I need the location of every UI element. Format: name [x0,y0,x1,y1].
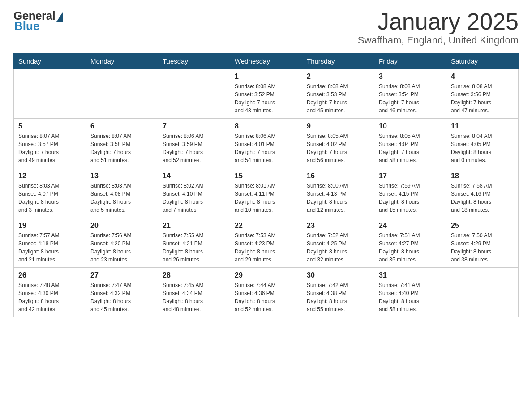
day-info: Sunrise: 8:03 AMSunset: 4:08 PMDaylight:… [90,182,153,214]
calendar-cell: 30Sunrise: 7:42 AMSunset: 4:38 PMDayligh… [302,268,374,317]
logo-blue-text: Blue [14,19,39,33]
calendar-cell: 19Sunrise: 7:57 AMSunset: 4:18 PMDayligh… [14,218,86,268]
day-number: 6 [90,122,153,130]
day-info: Sunrise: 8:08 AMSunset: 3:56 PMDaylight:… [451,82,514,115]
day-number: 11 [451,122,514,130]
day-number: 18 [451,172,514,180]
day-info: Sunrise: 8:06 AMSunset: 4:01 PMDaylight:… [235,132,297,164]
day-info: Sunrise: 8:04 AMSunset: 4:05 PMDaylight:… [451,132,514,164]
calendar-cell: 3Sunrise: 8:08 AMSunset: 3:54 PMDaylight… [374,69,446,119]
month-title: January 2025 [358,9,519,34]
calendar-week-1: 1Sunrise: 8:08 AMSunset: 3:52 PMDaylight… [14,69,519,119]
calendar-cell: 27Sunrise: 7:47 AMSunset: 4:32 PMDayligh… [86,268,158,317]
calendar-table: SundayMondayTuesdayWednesdayThursdayFrid… [13,53,519,317]
day-info: Sunrise: 8:05 AMSunset: 4:02 PMDaylight:… [307,132,369,164]
day-number: 8 [235,122,297,130]
weekday-header-friday: Friday [374,54,446,69]
day-number: 27 [90,271,153,279]
day-number: 19 [18,222,81,230]
day-info: Sunrise: 7:48 AMSunset: 4:30 PMDaylight:… [18,281,81,313]
day-info: Sunrise: 8:07 AMSunset: 3:58 PMDaylight:… [90,132,153,164]
weekday-header-thursday: Thursday [302,54,374,69]
calendar-cell: 17Sunrise: 7:59 AMSunset: 4:15 PMDayligh… [374,168,446,218]
day-number: 2 [307,73,369,81]
weekday-header-tuesday: Tuesday [158,54,230,69]
day-number: 16 [307,172,369,180]
day-info: Sunrise: 7:41 AMSunset: 4:40 PMDaylight:… [379,281,442,313]
calendar-cell: 29Sunrise: 7:44 AMSunset: 4:36 PMDayligh… [230,268,302,317]
calendar-cell: 10Sunrise: 8:05 AMSunset: 4:04 PMDayligh… [374,119,446,168]
calendar-cell: 1Sunrise: 8:08 AMSunset: 3:52 PMDaylight… [230,69,302,119]
calendar-cell: 23Sunrise: 7:52 AMSunset: 4:25 PMDayligh… [302,218,374,268]
calendar-cell: 2Sunrise: 8:08 AMSunset: 3:53 PMDaylight… [302,69,374,119]
calendar-cell: 26Sunrise: 7:48 AMSunset: 4:30 PMDayligh… [14,268,86,317]
day-info: Sunrise: 7:53 AMSunset: 4:23 PMDaylight:… [235,231,297,264]
day-info: Sunrise: 7:58 AMSunset: 4:16 PMDaylight:… [451,182,514,214]
day-number: 17 [379,172,442,180]
calendar-cell: 20Sunrise: 7:56 AMSunset: 4:20 PMDayligh… [86,218,158,268]
day-info: Sunrise: 8:08 AMSunset: 3:54 PMDaylight:… [379,82,442,115]
day-info: Sunrise: 7:42 AMSunset: 4:38 PMDaylight:… [307,281,369,313]
day-info: Sunrise: 7:45 AMSunset: 4:34 PMDaylight:… [163,281,225,313]
calendar-cell: 6Sunrise: 8:07 AMSunset: 3:58 PMDaylight… [86,119,158,168]
calendar-cell: 8Sunrise: 8:06 AMSunset: 4:01 PMDaylight… [230,119,302,168]
day-info: Sunrise: 7:59 AMSunset: 4:15 PMDaylight:… [379,182,442,214]
calendar-cell [14,69,86,119]
day-info: Sunrise: 8:02 AMSunset: 4:10 PMDaylight:… [163,182,225,214]
day-number: 1 [235,73,297,81]
day-number: 30 [307,271,369,279]
day-info: Sunrise: 8:08 AMSunset: 3:53 PMDaylight:… [307,82,369,115]
day-info: Sunrise: 8:08 AMSunset: 3:52 PMDaylight:… [235,82,297,115]
calendar-cell: 18Sunrise: 7:58 AMSunset: 4:16 PMDayligh… [446,168,519,218]
day-info: Sunrise: 8:00 AMSunset: 4:13 PMDaylight:… [307,182,369,214]
calendar-cell: 14Sunrise: 8:02 AMSunset: 4:10 PMDayligh… [158,168,230,218]
day-number: 5 [18,122,81,130]
calendar-cell: 25Sunrise: 7:50 AMSunset: 4:29 PMDayligh… [446,218,519,268]
weekday-header-saturday: Saturday [446,54,519,69]
day-number: 31 [379,271,442,279]
day-info: Sunrise: 7:47 AMSunset: 4:32 PMDaylight:… [90,281,153,313]
day-number: 29 [235,271,297,279]
day-number: 3 [379,73,442,81]
day-number: 4 [451,73,514,81]
day-info: Sunrise: 7:51 AMSunset: 4:27 PMDaylight:… [379,231,442,264]
calendar-cell: 16Sunrise: 8:00 AMSunset: 4:13 PMDayligh… [302,168,374,218]
calendar-cell: 7Sunrise: 8:06 AMSunset: 3:59 PMDaylight… [158,119,230,168]
logo: General Blue [13,9,63,33]
day-info: Sunrise: 7:52 AMSunset: 4:25 PMDaylight:… [307,231,369,264]
day-number: 25 [451,222,514,230]
calendar-cell: 4Sunrise: 8:08 AMSunset: 3:56 PMDaylight… [446,69,519,119]
calendar-cell: 15Sunrise: 8:01 AMSunset: 4:11 PMDayligh… [230,168,302,218]
day-number: 9 [307,122,369,130]
day-number: 23 [307,222,369,230]
day-number: 28 [163,271,225,279]
page-header: General Blue January 2025 Swaffham, Engl… [13,9,519,46]
day-info: Sunrise: 8:07 AMSunset: 3:57 PMDaylight:… [18,132,81,164]
location-title: Swaffham, England, United Kingdom [358,34,519,46]
day-number: 13 [90,172,153,180]
day-info: Sunrise: 7:57 AMSunset: 4:18 PMDaylight:… [18,231,81,264]
calendar-week-4: 19Sunrise: 7:57 AMSunset: 4:18 PMDayligh… [14,218,519,268]
calendar-week-3: 12Sunrise: 8:03 AMSunset: 4:07 PMDayligh… [14,168,519,218]
title-section: January 2025 Swaffham, England, United K… [358,9,519,46]
day-info: Sunrise: 7:50 AMSunset: 4:29 PMDaylight:… [451,231,514,264]
calendar-cell: 31Sunrise: 7:41 AMSunset: 4:40 PMDayligh… [374,268,446,317]
weekday-header-monday: Monday [86,54,158,69]
day-number: 7 [163,122,225,130]
calendar-cell: 13Sunrise: 8:03 AMSunset: 4:08 PMDayligh… [86,168,158,218]
day-number: 24 [379,222,442,230]
calendar-cell: 28Sunrise: 7:45 AMSunset: 4:34 PMDayligh… [158,268,230,317]
day-info: Sunrise: 7:44 AMSunset: 4:36 PMDaylight:… [235,281,297,313]
day-info: Sunrise: 7:55 AMSunset: 4:21 PMDaylight:… [163,231,225,264]
day-number: 14 [163,172,225,180]
day-info: Sunrise: 8:06 AMSunset: 3:59 PMDaylight:… [163,132,225,164]
calendar-cell: 22Sunrise: 7:53 AMSunset: 4:23 PMDayligh… [230,218,302,268]
logo-triangle-icon [56,12,63,22]
calendar-week-5: 26Sunrise: 7:48 AMSunset: 4:30 PMDayligh… [14,268,519,317]
day-info: Sunrise: 8:05 AMSunset: 4:04 PMDaylight:… [379,132,442,164]
day-number: 20 [90,222,153,230]
day-info: Sunrise: 8:01 AMSunset: 4:11 PMDaylight:… [235,182,297,214]
weekday-header-wednesday: Wednesday [230,54,302,69]
calendar-cell: 21Sunrise: 7:55 AMSunset: 4:21 PMDayligh… [158,218,230,268]
calendar-cell: 11Sunrise: 8:04 AMSunset: 4:05 PMDayligh… [446,119,519,168]
